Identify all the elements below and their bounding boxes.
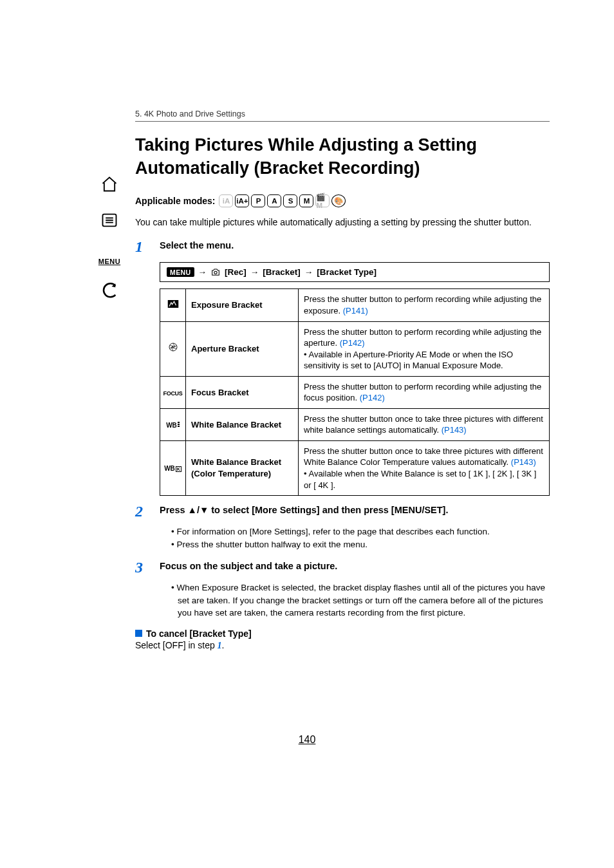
arrow-icon: → bbox=[304, 267, 313, 277]
cancel-body-after: . bbox=[222, 640, 225, 650]
bracket-description: Press the shutter button once to take th… bbox=[299, 440, 550, 495]
menu-bracket: [Bracket] bbox=[263, 267, 301, 277]
step-title: Focus on the subject and take a picture. bbox=[160, 560, 550, 574]
note-item: When Exposure Bracket is selected, the b… bbox=[171, 581, 550, 619]
wb-icon: WB bbox=[160, 408, 186, 440]
bracket-name: Focus Bracket bbox=[186, 376, 299, 408]
page-link[interactable]: (P141) bbox=[343, 306, 368, 316]
ev-icon bbox=[160, 289, 186, 321]
bracket-name: Exposure Bracket bbox=[186, 289, 299, 321]
mode-badge: M bbox=[299, 194, 313, 207]
table-row: WBWhite Balance BracketPress the shutter… bbox=[160, 408, 550, 440]
page-title: Taking Pictures While Adjusting a Settin… bbox=[135, 133, 550, 180]
page-link[interactable]: (P142) bbox=[360, 393, 385, 402]
arrow-icon: → bbox=[250, 267, 259, 277]
aperture-icon: F bbox=[160, 321, 186, 376]
page-link[interactable]: (P142) bbox=[340, 338, 365, 348]
camera-icon bbox=[210, 268, 221, 277]
step-number: 1 bbox=[135, 239, 152, 254]
step-2-notes: For information on [More Settings], refe… bbox=[171, 525, 550, 551]
table-row: WBKWhite Balance Bracket (Color Temperat… bbox=[160, 440, 550, 495]
menu-path: MENU → [Rec] → [Bracket] → [Bracket Type… bbox=[160, 262, 550, 282]
mode-badge: S bbox=[283, 194, 297, 207]
svg-point-4 bbox=[214, 271, 217, 274]
breadcrumb: 5. 4K Photo and Drive Settings bbox=[135, 109, 550, 118]
step-number: 2 bbox=[135, 504, 152, 519]
step-2: 2 Press ▲/▼ to select [More Settings] an… bbox=[135, 504, 550, 519]
mode-badge: iA bbox=[219, 194, 233, 207]
step-ref: 1 bbox=[218, 641, 222, 650]
svg-rect-5 bbox=[167, 300, 178, 308]
cancel-heading-row: To cancel [Bracket Type] bbox=[135, 628, 550, 639]
bracket-description: Press the shutter button once to take th… bbox=[299, 408, 550, 440]
bracket-name: White Balance Bracket (Color Temperature… bbox=[186, 440, 299, 495]
menu-chip: MENU bbox=[167, 267, 194, 277]
divider bbox=[135, 121, 550, 122]
bracket-description: Press the shutter button to perform reco… bbox=[299, 289, 550, 321]
mode-badge: P bbox=[251, 194, 265, 207]
arrow-icon: → bbox=[198, 267, 207, 277]
menu-bracket-type: [Bracket Type] bbox=[317, 267, 377, 277]
mode-badges: iAiA+PASM🎬M🎨 bbox=[219, 194, 346, 207]
square-bullet-icon bbox=[135, 630, 142, 637]
bracket-name: Aperture Bracket bbox=[186, 321, 299, 376]
focus-icon: FOCUS bbox=[160, 376, 186, 408]
intro-text: You can take multiple pictures while aut… bbox=[135, 216, 550, 229]
note-item: For information on [More Settings], refe… bbox=[171, 525, 550, 538]
table-row: FOCUSFocus BracketPress the shutter butt… bbox=[160, 376, 550, 408]
note-item: Press the shutter button halfway to exit… bbox=[171, 538, 550, 551]
page-link[interactable]: (P143) bbox=[442, 425, 467, 435]
bracket-options-table: Exposure BracketPress the shutter button… bbox=[160, 288, 550, 496]
page-number: 140 bbox=[299, 734, 316, 746]
page-link[interactable]: (P143) bbox=[511, 457, 536, 467]
menu-rec: [Rec] bbox=[225, 267, 247, 277]
step-title: Press ▲/▼ to select [More Settings] and … bbox=[160, 504, 550, 518]
wbk-icon: WBK bbox=[160, 440, 186, 495]
cancel-heading: To cancel [Bracket Type] bbox=[146, 628, 252, 639]
applicable-label: Applicable modes: bbox=[135, 196, 215, 206]
step-3-notes: When Exposure Bracket is selected, the b… bbox=[171, 581, 550, 619]
table-row: FAperture BracketPress the shutter butto… bbox=[160, 321, 550, 376]
table-row: Exposure BracketPress the shutter button… bbox=[160, 289, 550, 321]
step-number: 3 bbox=[135, 560, 152, 575]
mode-badge: 🎬M bbox=[315, 194, 330, 207]
mode-badge: 🎨 bbox=[331, 194, 346, 207]
step-1: 1 Select the menu. bbox=[135, 239, 550, 254]
bracket-name: White Balance Bracket bbox=[186, 408, 299, 440]
applicable-modes-row: Applicable modes: iAiA+PASM🎬M🎨 bbox=[135, 194, 550, 207]
bracket-description: Press the shutter button to perform reco… bbox=[299, 376, 550, 408]
mode-badge: A bbox=[267, 194, 281, 207]
step-title: Select the menu. bbox=[160, 239, 550, 253]
bracket-description: Press the shutter button to perform reco… bbox=[299, 321, 550, 376]
cancel-body-before: Select [OFF] in step bbox=[135, 640, 218, 650]
cancel-body: Select [OFF] in step 1. bbox=[135, 640, 550, 651]
step-3: 3 Focus on the subject and take a pictur… bbox=[135, 560, 550, 575]
mode-badge: iA+ bbox=[235, 194, 249, 207]
